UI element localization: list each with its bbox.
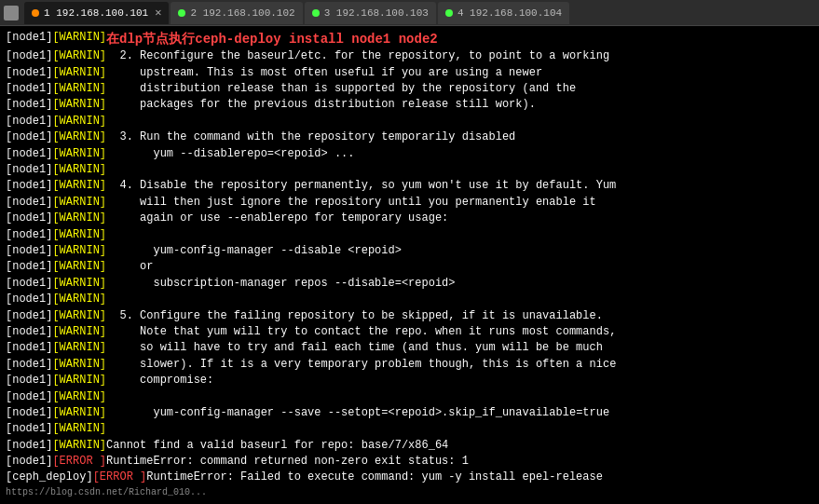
line-content-5: 3. Run the command with the repository t…: [106, 129, 515, 145]
line-prefix-10: [node1]: [6, 211, 52, 226]
line-badge-3: [WARNIN]: [52, 97, 106, 113]
terminal-line-20: [node1][WARNIN] compromise:: [6, 373, 813, 388]
tab-4[interactable]: 4 192.168.100.104: [438, 2, 569, 24]
line-content-10: again or use --enablerepo for temporary …: [106, 211, 448, 226]
line-badge-24: [WARNIN]: [52, 438, 106, 454]
line-content-0: 2. Reconfigure the baseurl/etc. for the …: [106, 48, 609, 64]
tab-label-1: 1 192.168.100.101: [44, 7, 148, 19]
terminal-line-17: [node1][WARNIN] Note that yum will try t…: [6, 324, 813, 340]
line-prefix-7: [node1]: [6, 162, 52, 178]
app-icon: [4, 6, 19, 20]
terminal-line-10: [node1][WARNIN] again or use --enablerep…: [6, 211, 813, 226]
line-badge-18: [WARNIN]: [52, 340, 106, 356]
line-badge-26: [ERROR ]: [93, 470, 147, 485]
line-prefix-26: [ceph_deploy]: [6, 470, 93, 485]
line-content-18: so will have to try and fail each time (…: [106, 340, 603, 356]
tab-1[interactable]: 1 192.168.100.101✕: [24, 2, 169, 24]
line-prefix-0: [node1]: [6, 48, 52, 64]
line-badge-4: [WARNIN]: [52, 114, 106, 129]
line-badge-19: [WARNIN]: [52, 357, 106, 373]
line-badge-11: [WARNIN]: [52, 227, 106, 243]
line-badge-25: [ERROR ]: [52, 454, 106, 470]
terminal-line-2: [node1][WARNIN] distribution release tha…: [6, 81, 813, 97]
terminal-line-11: [node1][WARNIN]: [6, 227, 813, 243]
terminal-line-1: [node1][WARNIN] upstream. This is most o…: [6, 65, 813, 81]
line-content-3: packages for the previous distribution r…: [106, 97, 536, 113]
line-badge-6: [WARNIN]: [52, 146, 106, 162]
line-content-25: RuntimeError: command returned non-zero …: [106, 454, 469, 470]
terminal-line-7: [node1][WARNIN]: [6, 162, 813, 178]
terminal-line-25: [node1][ERROR ]RuntimeError: command ret…: [6, 454, 813, 470]
line-badge-8: [WARNIN]: [52, 178, 106, 194]
tab-3[interactable]: 3 192.168.100.103: [305, 2, 436, 24]
terminal-body: [node1] [WARNIN] 在dlp节点执行ceph-deploy ins…: [0, 26, 819, 504]
terminal-line-16: [node1][WARNIN] 5. Configure the failing…: [6, 308, 813, 324]
line-badge-10: [WARNIN]: [52, 211, 106, 226]
line-prefix-8: [node1]: [6, 178, 52, 194]
line-prefix-15: [node1]: [6, 292, 52, 307]
line-prefix-23: [node1]: [6, 421, 52, 437]
terminal-line-4: [node1][WARNIN]: [6, 114, 813, 129]
title-bar: 1 192.168.100.101✕2 192.168.100.1023 192…: [0, 0, 819, 26]
terminal-line-21: [node1][WARNIN]: [6, 389, 813, 405]
line-badge-21: [WARNIN]: [52, 389, 106, 405]
line-content-1: upstream. This is most often useful if y…: [106, 65, 542, 81]
line-content-8: 4. Disable the repository permanently, s…: [106, 178, 616, 194]
terminal-line-6: [node1][WARNIN] yum --disablerepo=<repoi…: [6, 146, 813, 162]
terminal-line-9: [node1][WARNIN] will then just ignore th…: [6, 195, 813, 211]
terminal-line-8: [node1][WARNIN] 4. Disable the repositor…: [6, 178, 813, 194]
line-prefix-11: [node1]: [6, 227, 52, 243]
terminal-line-13: [node1][WARNIN] or: [6, 259, 813, 275]
line-badge-17: [WARNIN]: [52, 324, 106, 340]
line-content-16: 5. Configure the failing repository to b…: [106, 308, 603, 324]
line-content-26: RuntimeError: Failed to execute command:…: [146, 470, 603, 485]
line-content-14: subscription-manager repos --disable=<re…: [106, 276, 455, 292]
header-line: [node1] [WARNIN] 在dlp节点执行ceph-deploy ins…: [6, 30, 813, 48]
line-badge-20: [WARNIN]: [52, 373, 106, 388]
terminal-line-14: [node1][WARNIN] subscription-manager rep…: [6, 276, 813, 292]
tab-dot-3: [312, 9, 320, 17]
line-content-9: will then just ignore the repository unt…: [106, 195, 596, 211]
tab-2[interactable]: 2 192.168.100.102: [171, 2, 302, 24]
terminal-line-15: [node1][WARNIN]: [6, 292, 813, 307]
line-content-24: Cannot find a valid baseurl for repo: ba…: [106, 438, 448, 454]
line-content-13: or: [106, 259, 153, 275]
line-badge-0: [WARNIN]: [52, 48, 106, 64]
terminal-line-0: [node1][WARNIN] 2. Reconfigure the baseu…: [6, 48, 813, 64]
terminal-line-18: [node1][WARNIN] so will have to try and …: [6, 340, 813, 356]
header-text: 在dlp节点执行ceph-deploy install node1 node2: [106, 30, 438, 48]
line-prefix-24: [node1]: [6, 438, 52, 454]
line-content-20: compromise:: [106, 373, 213, 388]
tab-dot-4: [445, 9, 453, 17]
line-badge-15: [WARNIN]: [52, 292, 106, 307]
tab-close-1[interactable]: ✕: [155, 6, 161, 20]
line-prefix-4: [node1]: [6, 114, 52, 129]
line-prefix-17: [node1]: [6, 324, 52, 340]
line-content-17: Note that yum will try to contact the re…: [106, 324, 616, 340]
tab-label-3: 3 192.168.100.103: [324, 7, 429, 19]
line-badge-9: [WARNIN]: [52, 195, 106, 211]
tab-dot-1: [32, 9, 39, 17]
line-prefix-6: [node1]: [6, 146, 52, 162]
terminal-line-5: [node1][WARNIN] 3. Run the command with …: [6, 129, 813, 145]
line-badge-23: [WARNIN]: [52, 421, 106, 437]
line-prefix-21: [node1]: [6, 389, 52, 405]
line-prefix-9: [node1]: [6, 195, 52, 211]
line-prefix-5: [node1]: [6, 129, 52, 145]
line-badge-22: [WARNIN]: [52, 405, 106, 421]
line-prefix-13: [node1]: [6, 259, 52, 275]
line-prefix-2: [node1]: [6, 81, 52, 97]
line-badge-12: [WARNIN]: [52, 243, 106, 259]
terminal-line-24: [node1][WARNIN]Cannot find a valid baseu…: [6, 438, 813, 454]
line-content-12: yum-config-manager --disable <repoid>: [106, 243, 402, 259]
tab-label-2: 2 192.168.100.102: [190, 7, 294, 19]
line-prefix-25: [node1]: [6, 454, 52, 470]
line-prefix-22: [node1]: [6, 405, 52, 421]
watermark-line: https://blog.csdn.net/Richard_010...: [6, 486, 813, 500]
line-prefix-3: [node1]: [6, 97, 52, 113]
line-prefix-14: [node1]: [6, 276, 52, 292]
line-badge-5: [WARNIN]: [52, 129, 106, 145]
tab-dot-2: [178, 9, 185, 17]
line-badge-13: [WARNIN]: [52, 259, 106, 275]
terminal-line-12: [node1][WARNIN] yum-config-manager --dis…: [6, 243, 813, 259]
